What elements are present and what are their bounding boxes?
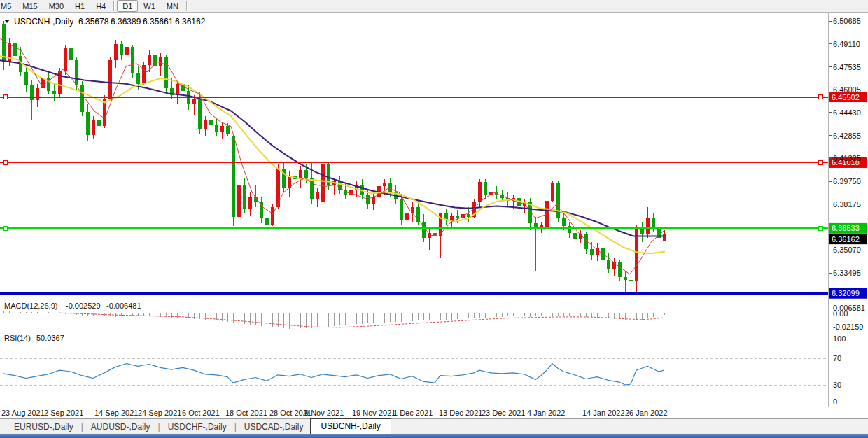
price-tick-label: 6.44430 (833, 108, 861, 117)
symbol-tab-usdcad[interactable]: USDCAD-,Daily (237, 421, 311, 433)
macd-signal-value: -0.006481 (106, 302, 141, 310)
ma-slow-line (0, 60, 665, 236)
symbol-tab-eurusd[interactable]: EURUSD-,Daily (7, 421, 80, 433)
time-axis[interactable]: 23 Aug 20212 Sep 202114 Sep 202124 Sep 2… (1, 409, 668, 417)
toolbar-separator (186, 1, 188, 11)
price-tag-label: 6.36533 (832, 224, 860, 232)
toolbar-separator (113, 1, 115, 11)
candle (69, 45, 73, 64)
candle (618, 260, 622, 281)
candle (125, 43, 129, 63)
timeframe-button-d1[interactable]: D1 (117, 0, 138, 12)
candle (248, 192, 252, 216)
date-tick-label: 26 Jan 2022 (625, 409, 668, 417)
timeframe-button-w1[interactable]: W1 (138, 0, 161, 12)
rsi-axis-100: 100 (833, 334, 846, 343)
rsi-line (4, 364, 664, 385)
date-tick-label: 9 Nov 2021 (304, 409, 344, 417)
rsi-axis-70: 70 (833, 354, 841, 362)
candle (349, 186, 353, 202)
price-tick-label: 6.35070 (833, 246, 861, 254)
trading-terminal-window: M5M15M30H1H4D1W1MN USDCNH-,Daily 6.35678… (0, 0, 868, 438)
candle (607, 253, 610, 273)
candle (640, 222, 644, 242)
candle (316, 188, 319, 206)
candle (439, 213, 442, 258)
candle (192, 95, 196, 114)
timeframe-button-m5[interactable]: M5 (0, 0, 17, 12)
chart-area[interactable]: USDCNH-,Daily 6.35678 6.36389 6.35661 6.… (0, 12, 868, 418)
timeframe-button-m15[interactable]: M15 (17, 0, 43, 12)
price-tag-label: 6.45502 (832, 93, 860, 101)
ohlc-close: 6.36162 (175, 17, 206, 27)
ohlc-low: 6.35661 (143, 17, 174, 27)
candlestick-series (2, 21, 666, 294)
candle (86, 104, 90, 141)
candle (232, 135, 235, 226)
candle (164, 55, 168, 94)
candle (444, 209, 448, 225)
candle (52, 84, 56, 101)
candle (92, 116, 95, 140)
candle (428, 229, 431, 250)
ma-fast-line (0, 38, 664, 274)
candle (584, 232, 588, 253)
candle (114, 40, 118, 68)
symbol-tab-usdchf[interactable]: USDCHF-,Daily (161, 421, 234, 433)
candle (612, 258, 616, 276)
candle (24, 66, 28, 93)
timeframe-button-h4[interactable]: H4 (90, 0, 111, 12)
timeframe-button-h1[interactable]: H1 (69, 0, 90, 12)
candle (142, 62, 146, 85)
candle (271, 204, 274, 225)
symbol-dropdown-icon[interactable] (4, 20, 10, 23)
candle (394, 185, 398, 204)
timeframe-button-m30[interactable]: M30 (43, 0, 69, 12)
price-tick-label: 6.33495 (833, 269, 861, 277)
candle (243, 178, 246, 213)
line-handle[interactable] (4, 95, 8, 99)
symbol-tab-usdcnh[interactable]: USDCNH-,Daily (310, 418, 391, 435)
rsi-label: RSI(14) (4, 334, 31, 342)
candle (30, 80, 34, 121)
candle (131, 45, 134, 78)
date-tick-label: 23 Dec 2021 (482, 409, 525, 417)
candle (551, 181, 554, 202)
timeframe-toolbar: M5M15M30H1H4D1W1MN (0, 0, 868, 13)
price-tag-label: 6.32099 (832, 289, 860, 297)
candle (220, 122, 224, 139)
ohlc-high: 6.36389 (111, 17, 141, 27)
price-tick-label: 6.38175 (833, 200, 861, 209)
candle (153, 52, 157, 71)
macd-label: MACD(12,26,9) (4, 302, 57, 310)
price-tick-label: 6.50685 (833, 17, 861, 25)
date-tick-label: 14 Jan 2022 (582, 409, 625, 417)
candle (624, 271, 627, 292)
price-tick-label: 6.42855 (833, 132, 861, 140)
symbol-tab-audusd[interactable]: AUDUSD-,Daily (84, 421, 158, 433)
date-tick-label: 18 Oct 2021 (225, 409, 267, 417)
candle (176, 81, 179, 105)
date-tick-label: 1 Dec 2021 (393, 409, 433, 417)
line-handle[interactable] (4, 226, 8, 230)
candle (75, 57, 78, 90)
price-tick-label: 6.46005 (833, 85, 861, 94)
date-tick-label: 2 Sep 2021 (44, 409, 83, 417)
price-tick-label: 6.49110 (833, 40, 860, 48)
line-handle[interactable] (818, 160, 822, 164)
candle (596, 243, 599, 261)
macd-axis-zero: 0.00 (833, 309, 848, 318)
line-handle[interactable] (4, 160, 8, 164)
ohlc-open: 6.35678 (78, 17, 109, 27)
line-handle[interactable] (818, 95, 822, 99)
candle (657, 222, 661, 242)
candle (646, 207, 650, 238)
candle (36, 84, 39, 108)
candle (13, 37, 17, 62)
date-tick-label: 6 Oct 2021 (182, 409, 220, 417)
line-handle[interactable] (818, 226, 822, 230)
price-tick-label: 6.39750 (833, 177, 861, 185)
timeframe-button-mn[interactable]: MN (161, 0, 184, 12)
candle (372, 192, 375, 210)
candle (159, 53, 162, 77)
